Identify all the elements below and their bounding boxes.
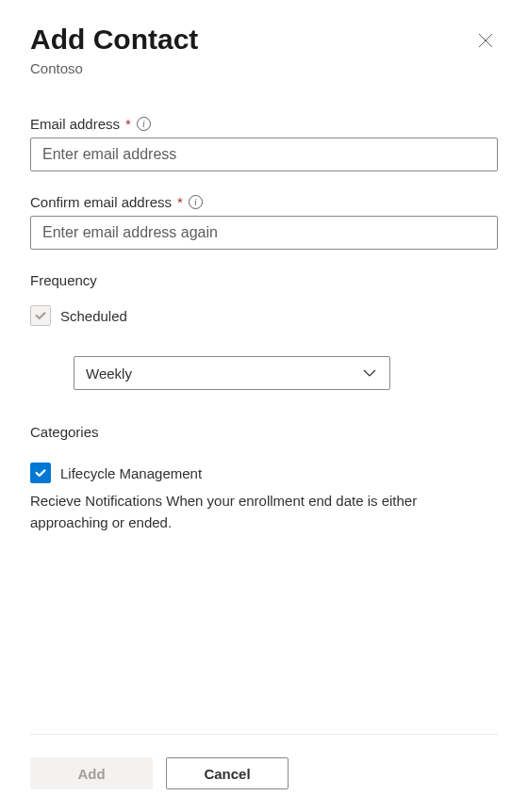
info-icon[interactable]: i [189,195,203,209]
frequency-label: Frequency [30,272,498,288]
lifecycle-description: Recieve Notifications When your enrollme… [30,491,498,533]
required-marker: * [177,194,183,210]
cancel-button[interactable]: Cancel [166,757,289,789]
close-button[interactable] [473,28,498,56]
lifecycle-checkbox-row: Lifecycle Management [30,463,498,483]
email-field-group: Email address * i [30,116,498,171]
categories-section: Categories Lifecycle Management Recieve … [30,424,498,533]
confirm-email-label-row: Confirm email address * i [30,194,498,210]
page-subtitle: Contoso [30,60,498,76]
confirm-email-field-group: Confirm email address * i [30,194,498,250]
close-icon [477,32,494,49]
scheduled-checkbox [30,305,51,326]
frequency-select-row: Weekly [74,356,498,390]
frequency-select[interactable]: Weekly [74,356,390,390]
required-marker: * [125,116,131,132]
scheduled-label: Scheduled [60,308,127,324]
check-icon [34,309,47,322]
chevron-down-icon [361,365,378,382]
email-label-row: Email address * i [30,116,498,132]
info-icon[interactable]: i [137,117,151,131]
check-icon [34,466,47,479]
panel-header: Add Contact [30,23,498,57]
lifecycle-label: Lifecycle Management [60,465,202,481]
categories-label: Categories [30,424,498,440]
lifecycle-checkbox[interactable] [30,463,51,483]
add-contact-panel: Add Contact Contoso Email address * i Co… [0,0,528,812]
panel-footer: Add Cancel [30,734,498,812]
scheduled-checkbox-row: Scheduled [30,305,498,326]
panel-content: Add Contact Contoso Email address * i Co… [30,23,498,734]
confirm-email-label: Confirm email address [30,194,172,210]
frequency-section: Frequency Scheduled Weekly [30,272,498,390]
frequency-select-value: Weekly [86,365,132,382]
page-title: Add Contact [30,23,198,57]
email-label: Email address [30,116,120,132]
add-button[interactable]: Add [30,757,153,789]
email-input[interactable] [30,138,498,171]
confirm-email-input[interactable] [30,216,498,250]
